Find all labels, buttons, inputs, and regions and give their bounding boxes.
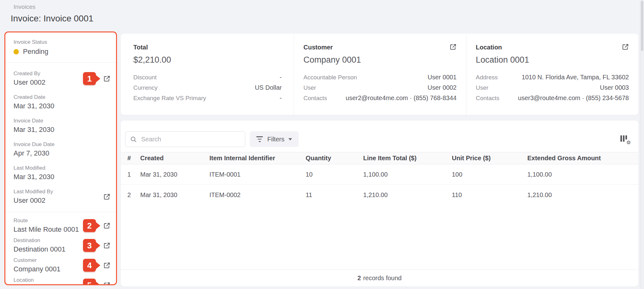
page-title: Invoice: Invoice 0001	[11, 13, 93, 24]
field-value: Mar 31, 2030	[14, 173, 54, 181]
step-badge-1: 1	[83, 72, 96, 85]
field-label: Route	[14, 217, 79, 224]
field-created-date: Created Date Mar 31, 2030	[14, 94, 110, 110]
customer-name: Company 0001	[303, 54, 457, 65]
invoice-status-label: Invoice Status	[14, 39, 110, 45]
summary-customer-column: Customer Company 0001 Accountable Person…	[294, 34, 466, 115]
field-last-modified: Last Modified Mar 31, 2030	[14, 165, 110, 181]
records-count: 2	[358, 275, 361, 282]
field-value: Mar 31, 2030	[14, 102, 54, 110]
customer-title: Customer	[303, 43, 333, 51]
field-route: Route Last Mile Route 0001 2	[14, 217, 110, 234]
field-label: Customer	[14, 257, 60, 264]
table-header-row: # Created Item Internal Identifier Quant…	[121, 152, 638, 164]
field-label: Last Modified By	[14, 188, 53, 195]
filters-button[interactable]: Filters	[250, 131, 299, 147]
summary-row-user: User User 0003	[476, 82, 629, 93]
field-label: Location	[14, 277, 57, 283]
search-box	[125, 131, 245, 147]
field-label: Destination	[14, 237, 65, 244]
field-value: Last Mile Route 0001	[14, 225, 79, 234]
summary-row-accountable-person: Accountable Person User 0001	[303, 72, 457, 82]
field-value: User 0002	[14, 196, 53, 205]
field-created-by: Created By User 0002 1	[14, 70, 110, 87]
gear-icon: ⚙	[626, 140, 631, 145]
records-found-footer: 2 records found	[121, 269, 638, 286]
breadcrumb-invoices[interactable]: Invoices	[11, 3, 93, 11]
step-badge-2: 2	[83, 219, 96, 232]
summary-row-currency: Currency US Dollar	[133, 82, 282, 93]
column-header-extended-gross-amount: Extended Gross Amount	[527, 152, 638, 164]
field-value: Company 0001	[14, 265, 60, 274]
summary-row-contacts: Contacts user2@route4me.com · (855) 768-…	[303, 93, 457, 103]
field-destination: Destination Destination 0001 3	[14, 237, 110, 254]
step-badge-3: 3	[83, 239, 96, 252]
badge-arrow-icon	[95, 281, 100, 286]
field-value: User 0002	[14, 78, 46, 87]
badge-arrow-icon	[95, 75, 100, 83]
location-name: Location 0001	[476, 54, 629, 65]
status-pending-dot-icon	[14, 49, 19, 54]
summary-row-contacts: Contacts user3@route4me.com · (855) 234-…	[476, 93, 629, 103]
invoice-details-panel: Invoice Status Pending Created By User 0…	[4, 31, 117, 285]
field-label: Last Modified	[14, 165, 54, 171]
location-title: Location	[476, 43, 502, 51]
summary-location-column: Location Location 0001 Address 1010 N. F…	[466, 34, 638, 115]
panel-divider	[5, 212, 116, 212]
field-value: Mar 31, 2030	[14, 125, 54, 134]
field-label: Invoice Due Date	[14, 141, 54, 148]
field-value: Location 0001	[14, 285, 57, 285]
field-last-modified-by: Last Modified By User 0002	[14, 188, 110, 205]
column-header-item-internal-identifier: Item Internal Identifier	[209, 152, 306, 164]
records-found-text: records found	[363, 275, 402, 282]
table-toolbar: Filters ⚙	[121, 121, 638, 152]
summary-row-address: Address 1010 N. Florida Ave, Tampa, FL 3…	[476, 72, 629, 82]
panel-divider	[5, 62, 116, 63]
external-link-icon[interactable]	[103, 75, 110, 82]
external-link-icon[interactable]	[103, 282, 110, 286]
invoice-status-block: Invoice Status Pending	[14, 39, 110, 56]
external-link-icon[interactable]	[103, 222, 110, 229]
external-link-icon[interactable]	[103, 262, 110, 269]
summary-row-user: User User 0002	[303, 82, 457, 93]
badge-arrow-icon	[95, 241, 100, 250]
column-settings-button[interactable]: ⚙	[619, 134, 630, 144]
external-link-icon[interactable]	[103, 242, 110, 249]
field-value: Apr 7, 2030	[14, 149, 54, 158]
line-items-table: # Created Item Internal Identifier Quant…	[121, 152, 638, 205]
field-label: Created Date	[14, 94, 54, 100]
column-header-quantity: Quantity	[306, 152, 363, 164]
search-input[interactable]	[125, 132, 245, 147]
summary-row-discount: Discount -	[133, 72, 282, 82]
field-label: Invoice Date	[14, 117, 54, 124]
invoice-summary-card: Total $2,210.00 Discount - Currency US D…	[121, 34, 638, 115]
chevron-down-icon	[288, 138, 292, 140]
external-link-icon[interactable]	[450, 43, 457, 50]
external-link-icon[interactable]	[103, 193, 110, 200]
summary-total-column: Total $2,210.00 Discount - Currency US D…	[121, 34, 294, 115]
field-customer: Customer Company 0001 4	[14, 257, 110, 274]
search-icon	[130, 136, 137, 143]
scrollbar-thumb[interactable]	[641, 1, 643, 51]
summary-row-exchange-rate: Exchange Rate VS Primary -	[133, 93, 282, 103]
total-amount: $2,210.00	[133, 54, 282, 65]
step-badge-5: 5	[83, 279, 96, 285]
step-badge-4: 4	[83, 259, 96, 272]
total-title: Total	[133, 43, 148, 51]
external-link-icon[interactable]	[622, 43, 629, 50]
field-label: Created By	[14, 70, 46, 77]
field-invoice-due-date: Invoice Due Date Apr 7, 2030	[14, 141, 110, 158]
page-header: Invoices Invoice: Invoice 0001	[11, 3, 93, 24]
column-header-created: Created	[140, 152, 209, 164]
column-header-unit-price: Unit Price ($)	[452, 152, 527, 164]
status-value: Pending	[23, 48, 48, 56]
field-location: Location Location 0001 5	[14, 277, 110, 285]
field-invoice-date: Invoice Date Mar 31, 2030	[14, 117, 110, 134]
line-items-card: Filters ⚙ # Created Item Internal Identi…	[121, 121, 638, 286]
badge-arrow-icon	[95, 261, 100, 269]
table-row[interactable]: 2 Mar 31, 2030 ITEM-0002 11 1,210.00 110…	[121, 185, 638, 205]
table-row[interactable]: 1 Mar 31, 2030 ITEM-0001 10 1,100.00 100…	[121, 164, 638, 185]
badge-arrow-icon	[95, 222, 100, 230]
scrollbar[interactable]	[640, 0, 644, 289]
column-header-line-item-total: Line Item Total ($)	[363, 152, 452, 164]
